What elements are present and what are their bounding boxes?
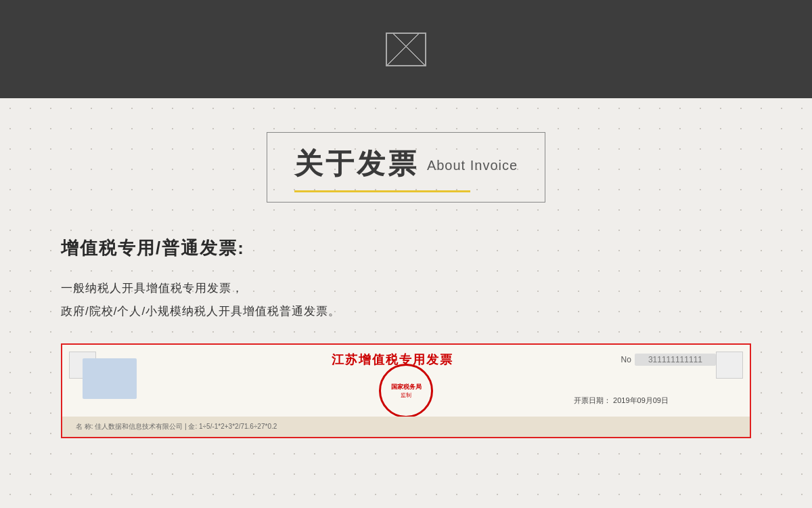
section-title-box: 关于发票 About Invoice — [267, 132, 545, 203]
invoice-corner-topright — [716, 352, 743, 379]
invoice-desc-line1: 一般纳税人开具增值税专用发票， — [61, 282, 244, 295]
invoice-stamp: 国家税务局 监制 — [379, 364, 433, 418]
invoice-title: 江苏增值税专用发票 — [164, 352, 621, 368]
invoice-date: 开票日期： 2019年09月09日 — [574, 396, 669, 406]
invoice-no-label: No — [621, 355, 631, 364]
invoice-description: 一般纳税人开具增值税专用发票， 政府/院校/个人/小规模纳税人开具增值税普通发票… — [61, 277, 751, 323]
invoice-date-label: 开票日期： — [574, 396, 611, 404]
section-title-cn: 关于发票 — [294, 145, 419, 183]
main-content: 关于发票 About Invoice 增值税专用/普通发票: 一般纳税人开具增值… — [0, 98, 812, 508]
invoice-stamp-text: 国家税务局 — [391, 383, 422, 391]
invoice-no-value: 311111111111 — [635, 354, 716, 366]
invoice-date-value: 2019年09月09日 — [613, 396, 669, 404]
invoice-stamp-sub: 监制 — [401, 391, 411, 399]
invoice-image-container: 江苏增值税专用发票 No 311111111111 国家税务局 监制 开票日期：… — [61, 343, 751, 438]
section-title-en: About Invoice — [427, 158, 518, 173]
invoice-left-info — [83, 358, 137, 399]
section-title-wrapper: 关于发票 About Invoice — [61, 132, 751, 203]
invoice-desc-line2: 政府/院校/个人/小规模纳税人开具增值税普通发票。 — [61, 305, 340, 318]
invoice-subtitle: 增值税专用/普通发票: — [61, 236, 751, 260]
header-area — [0, 0, 812, 98]
invoice-bottom-bar: 名 称: 佳人数据和信息技术有限公司 | 金: 1÷5/-1*2+3*2/71.… — [62, 417, 750, 437]
invoice-fake-content: 江苏增值税专用发票 No 311111111111 国家税务局 监制 开票日期：… — [62, 345, 750, 437]
envelope-icon — [386, 33, 426, 66]
invoice-bottom-text: 名 称: 佳人数据和信息技术有限公司 | 金: 1÷5/-1*2+3*2/71.… — [76, 422, 277, 431]
